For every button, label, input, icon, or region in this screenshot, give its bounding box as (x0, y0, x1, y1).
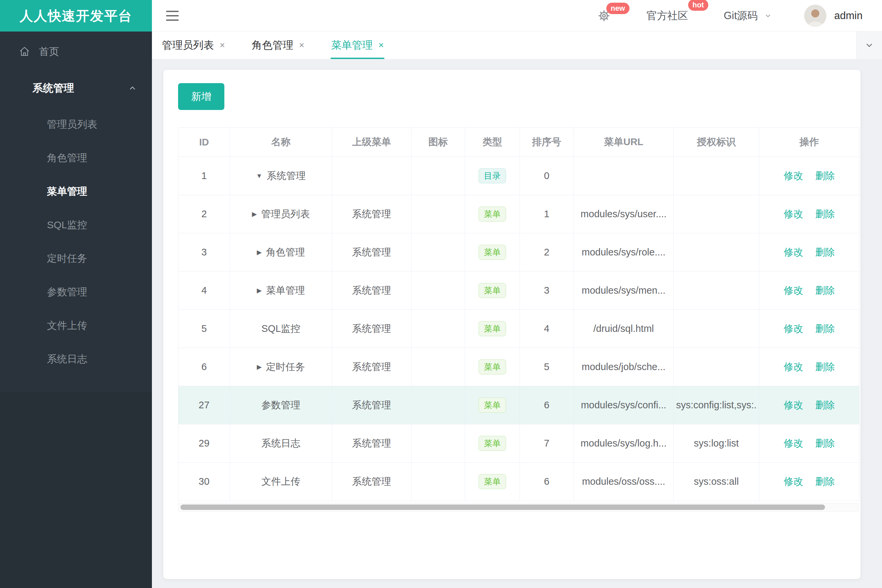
cell-menu-url (574, 157, 674, 195)
sidebar-subitem[interactable]: 文件上传 (0, 309, 152, 342)
tab[interactable]: 菜单管理 × (331, 32, 384, 59)
cell-type: 目录 (465, 157, 520, 195)
sidebar-subitem[interactable]: SQL监控 (0, 208, 152, 242)
sidebar-subitem-label: 定时任务 (47, 253, 87, 264)
delete-link[interactable]: 删除 (815, 362, 835, 372)
app-logo[interactable]: 人人快速开发平台 (0, 0, 152, 32)
sidebar-subitem[interactable]: 定时任务 (0, 242, 152, 275)
hamburger-menu-icon[interactable] (166, 8, 179, 24)
cell-icon (412, 348, 465, 386)
header-right-cluster: new 官方社区 hot Git源码 admin (596, 5, 862, 27)
column-header: 菜单URL (574, 128, 674, 157)
table-row: 4 ▶ 菜单管理 系统管理 菜单 3 modules/sys/men... 修改… (179, 272, 859, 310)
expand-arrow-icon[interactable]: ▶ (257, 363, 262, 371)
username[interactable]: admin (834, 10, 862, 22)
cell-id: 6 (179, 348, 230, 386)
cell-id: 1 (179, 157, 230, 195)
delete-link[interactable]: 删除 (815, 170, 835, 181)
edit-link[interactable]: 修改 (784, 476, 803, 487)
tab-overflow-button[interactable] (856, 32, 882, 59)
tab[interactable]: 角色管理 × (252, 32, 305, 59)
menu-name-text: 管理员列表 (261, 207, 310, 221)
cell-order: 7 (520, 424, 574, 463)
column-header: 排序号 (520, 128, 574, 157)
menu-table: ID名称上级菜单图标类型排序号菜单URL授权标识操作 1 ▼ 系统管理 目录 0… (178, 128, 859, 501)
page: { "app": { "logo_title": "人人快速开发平台" }, "… (0, 0, 882, 588)
sidebar-subitem-label: 角色管理 (47, 152, 87, 163)
scrollbar-thumb[interactable] (180, 504, 825, 510)
sidebar-subitem[interactable]: 系统日志 (0, 342, 152, 376)
git-source-dropdown[interactable]: Git源码 (724, 9, 772, 23)
expand-arrow-icon[interactable]: ▼ (256, 172, 263, 180)
sidebar-subitem[interactable]: 菜单管理 (0, 175, 152, 208)
cell-type: 菜单 (465, 386, 520, 424)
tab[interactable]: 管理员列表 × (162, 32, 225, 59)
cell-type: 菜单 (465, 195, 520, 233)
cell-id: 30 (179, 463, 230, 501)
edit-link[interactable]: 修改 (784, 362, 803, 372)
cell-icon (412, 195, 465, 233)
cell-perms (674, 233, 759, 272)
community-link[interactable]: 官方社区 hot (646, 9, 688, 23)
avatar[interactable] (804, 5, 826, 27)
horizontal-scrollbar[interactable] (178, 503, 859, 512)
sidebar-item-home[interactable]: 首页 (0, 32, 152, 72)
column-header: 名称 (230, 128, 332, 157)
sidebar-subitem-label: 菜单管理 (47, 186, 87, 197)
home-icon (19, 46, 30, 57)
expand-arrow-icon[interactable]: ▶ (257, 248, 262, 256)
delete-link[interactable]: 删除 (815, 476, 835, 487)
menu-name-text: 参数管理 (261, 399, 301, 412)
community-label: 官方社区 (646, 10, 688, 21)
menu-name-text: 文件上传 (261, 475, 301, 488)
sidebar-subitem[interactable]: 管理员列表 (0, 108, 152, 141)
edit-link[interactable]: 修改 (784, 438, 803, 448)
cell-type: 菜单 (465, 233, 520, 272)
new-badge: new (606, 3, 630, 14)
add-button[interactable]: 新增 (178, 83, 224, 110)
cell-perms: sys:oss:all (674, 463, 759, 501)
edit-link[interactable]: 修改 (784, 170, 803, 181)
cell-id: 4 (179, 272, 230, 310)
delete-link[interactable]: 删除 (815, 247, 835, 258)
cell-name: ▶ 角色管理 (230, 246, 332, 259)
sidebar-group-system[interactable]: 系统管理 (0, 72, 152, 105)
tab-strip: 管理员列表 × 角色管理 × 菜单管理 × (162, 32, 410, 59)
edit-link[interactable]: 修改 (784, 323, 803, 334)
sidebar-subitem[interactable]: 参数管理 (0, 275, 152, 309)
cell-order: 0 (520, 157, 574, 195)
content-card: 新增 ID名称上级菜单图标类型排序号菜单URL授权标识操作 1 ▼ 系统管理 目… (163, 70, 861, 579)
delete-link[interactable]: 删除 (815, 438, 835, 448)
menu-name-text: 角色管理 (266, 246, 305, 259)
expand-arrow-icon[interactable]: ▶ (252, 210, 257, 218)
tab-label: 管理员列表 (162, 38, 214, 52)
cell-order: 2 (520, 233, 574, 272)
column-header: 上级菜单 (332, 128, 412, 157)
column-header: ID (179, 128, 230, 157)
edit-link[interactable]: 修改 (784, 247, 803, 258)
chevron-down-icon (764, 12, 772, 20)
cell-actions: 修改删除 (759, 272, 859, 310)
close-icon[interactable]: × (299, 40, 305, 51)
menu-name-text: 系统管理 (267, 169, 305, 183)
delete-link[interactable]: 删除 (815, 323, 835, 334)
cell-name: SQL监控 (230, 322, 332, 336)
edit-link[interactable]: 修改 (784, 285, 803, 296)
close-icon[interactable]: × (220, 40, 225, 51)
delete-link[interactable]: 删除 (815, 208, 835, 219)
sidebar-subitem[interactable]: 角色管理 (0, 141, 152, 175)
edit-link[interactable]: 修改 (784, 400, 803, 410)
settings-button[interactable]: new (596, 8, 612, 24)
edit-link[interactable]: 修改 (784, 208, 803, 219)
delete-link[interactable]: 删除 (815, 400, 835, 410)
cell-parent-menu: 系统管理 (332, 386, 412, 424)
cell-actions: 修改删除 (759, 348, 859, 386)
close-icon[interactable]: × (379, 40, 384, 51)
cell-parent-menu: 系统管理 (332, 348, 412, 386)
cell-perms: sys:config:list,sys:. (674, 386, 759, 424)
cell-actions: 修改删除 (759, 386, 859, 424)
expand-arrow-icon[interactable]: ▶ (257, 286, 262, 294)
delete-link[interactable]: 删除 (815, 285, 835, 296)
cell-order: 6 (520, 386, 574, 424)
sidebar-subitem-label: SQL监控 (47, 219, 87, 230)
